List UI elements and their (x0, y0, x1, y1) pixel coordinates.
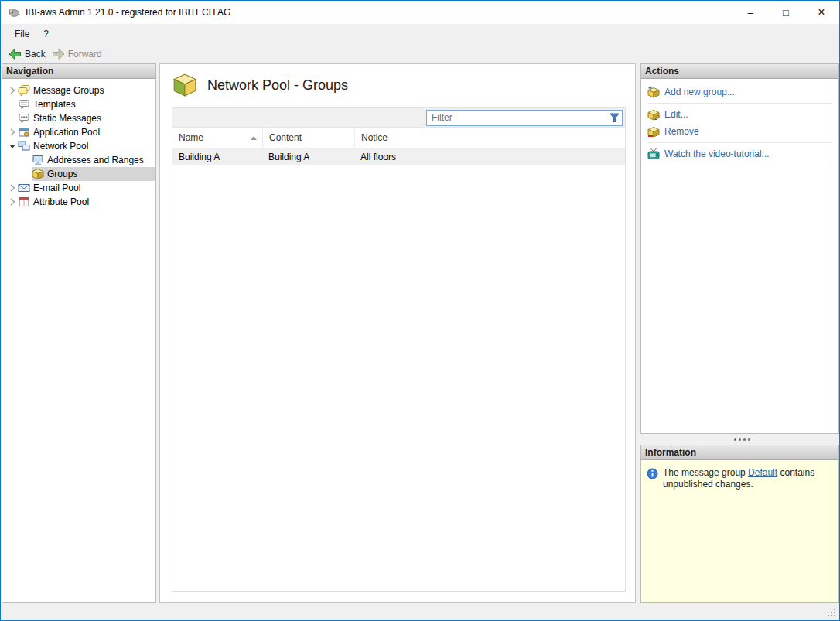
action-link: Watch the video-tutorial... (664, 148, 770, 159)
separator (647, 142, 832, 143)
action-link: Remove (664, 126, 699, 137)
back-label: Back (25, 49, 46, 60)
cell-content: Building A (262, 148, 354, 165)
back-button[interactable]: Back (7, 46, 50, 62)
menu-bar: File ? (1, 24, 839, 44)
expander-spacer (7, 113, 18, 124)
expander-spacer (21, 169, 32, 179)
addresses-and-ranges-icon (32, 154, 44, 166)
chevron-right-icon[interactable] (7, 127, 18, 138)
network-pool-icon (18, 140, 30, 152)
close-button[interactable]: × (804, 1, 839, 24)
default-group-link[interactable]: Default (748, 467, 777, 478)
templates-icon (18, 98, 30, 111)
action-watch-video-tutorial[interactable]: Watch the video-tutorial... (647, 145, 832, 162)
forward-button[interactable]: Forward (50, 46, 107, 62)
expander-spacer (7, 99, 18, 110)
nav-item-network-pool[interactable]: Network Pool (2, 139, 155, 153)
video-tutorial-icon (647, 148, 660, 160)
info-text-before: The message group (663, 467, 746, 478)
chevron-right-icon[interactable] (7, 85, 18, 96)
column-label: Content (269, 132, 302, 143)
nav-item-addresses-and-ranges[interactable]: Addresses and Ranges (2, 153, 155, 167)
expander-spacer (21, 155, 32, 165)
menu-help[interactable]: ? (36, 26, 56, 42)
sort-ascending-icon (251, 136, 257, 140)
navigation-header: Navigation (2, 64, 155, 79)
column-label: Name (179, 132, 203, 143)
action-link: Edit... (664, 109, 688, 120)
nav-item-static-messages[interactable]: Static Messages (2, 111, 155, 125)
cell-name: Building A (172, 148, 262, 165)
email-pool-icon (18, 182, 30, 194)
actions-panel: Actions Add new group... (640, 63, 839, 434)
tree-label: Attribute Pool (33, 196, 89, 207)
tree-label: Groups (47, 169, 77, 179)
nav-item-groups[interactable]: Groups (2, 167, 155, 181)
navigation-panel: Navigation Message Groups (2, 63, 156, 603)
nav-item-email-pool[interactable]: E-mail Pool (2, 181, 155, 195)
nav-item-attribute-pool[interactable]: Attribute Pool (2, 195, 155, 209)
main-panel: Network Pool - Groups Name (159, 63, 636, 603)
separator (647, 165, 832, 165)
groups-icon (32, 168, 44, 180)
groups-page-icon (172, 72, 198, 98)
resize-grip[interactable] (827, 608, 836, 617)
action-remove[interactable]: Remove (647, 123, 832, 140)
attribute-pool-icon (18, 196, 30, 208)
selected-tree-item: Groups (32, 167, 155, 181)
filter-box (426, 110, 623, 126)
cell-notice: All floors (354, 148, 625, 165)
minimize-button[interactable]: – (732, 1, 768, 24)
column-header-name[interactable]: Name (172, 128, 262, 148)
info-icon (647, 468, 658, 479)
forward-arrow-icon (52, 48, 65, 60)
nav-item-message-groups[interactable]: Message Groups (2, 84, 155, 97)
maximize-button[interactable]: □ (768, 1, 804, 24)
table-header-row: Name Content Notice (172, 128, 625, 148)
action-edit[interactable]: Edit... (647, 106, 832, 123)
app-icon (8, 6, 20, 19)
filter-icon[interactable] (610, 113, 620, 123)
toolbar: Back Forward (1, 44, 839, 63)
menu-file[interactable]: File (8, 26, 36, 42)
message-groups-icon (18, 84, 30, 97)
chevron-down-icon[interactable] (7, 141, 18, 152)
tree-label: Templates (33, 99, 76, 110)
title-bar: IBI-aws Admin 1.21.0 - registered for IB… (1, 1, 839, 24)
nav-item-templates[interactable]: Templates (2, 97, 155, 111)
separator (647, 103, 832, 104)
edit-group-icon (647, 108, 660, 121)
action-link: Add new group... (664, 87, 735, 97)
forward-label: Forward (68, 49, 102, 60)
application-pool-icon (18, 126, 30, 138)
groups-table: Name Content Notice Building A Building … (172, 107, 626, 592)
static-messages-icon (18, 112, 30, 125)
splitter-handle-icon[interactable] (640, 436, 839, 443)
action-add-new-group[interactable]: Add new group... (647, 84, 832, 101)
window-title: IBI-aws Admin 1.21.0 - registered for IB… (26, 7, 230, 18)
back-arrow-icon (9, 48, 22, 60)
add-group-icon (647, 86, 660, 98)
filter-band (172, 108, 625, 128)
right-stack: Actions Add new group... (640, 63, 839, 603)
chevron-right-icon[interactable] (7, 196, 18, 207)
page-title: Network Pool - Groups (207, 77, 348, 94)
app-window: IBI-aws Admin 1.21.0 - registered for IB… (0, 0, 840, 621)
filter-input[interactable] (426, 110, 623, 126)
column-header-content[interactable]: Content (262, 128, 354, 148)
information-header: Information (641, 445, 838, 460)
remove-group-icon (647, 125, 660, 138)
tree-label: Message Groups (33, 85, 104, 96)
tree-label: Network Pool (33, 141, 88, 152)
navigation-tree: Message Groups Templates (2, 79, 155, 209)
nav-item-application-pool[interactable]: Application Pool (2, 125, 155, 139)
actions-header: Actions (641, 64, 838, 79)
chevron-right-icon[interactable] (7, 183, 18, 193)
tree-label: Static Messages (33, 113, 101, 124)
tree-label: Application Pool (33, 127, 100, 138)
column-header-notice[interactable]: Notice (354, 128, 625, 148)
table-row[interactable]: Building A Building A All floors (172, 148, 625, 165)
info-message: The message group Default contains unpub… (663, 467, 824, 490)
tree-label: E-mail Pool (33, 183, 80, 193)
